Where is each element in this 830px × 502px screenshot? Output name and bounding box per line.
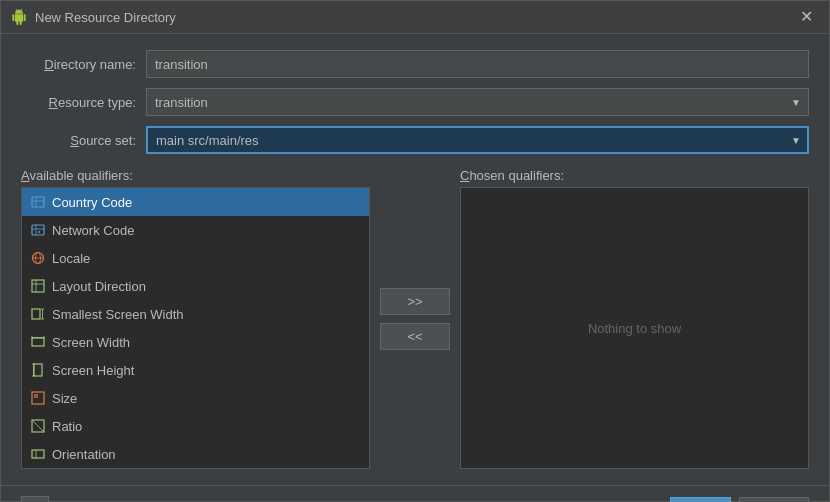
help-button[interactable]: ? <box>21 496 49 502</box>
svg-rect-17 <box>32 338 44 346</box>
available-qualifiers-label: Available qualifiers: <box>21 168 370 183</box>
list-item-label: Locale <box>52 251 90 266</box>
resource-type-label: Resource type: <box>21 95 136 110</box>
list-item[interactable]: Smallest Screen Width <box>22 300 369 328</box>
network-code-icon <box>30 222 46 238</box>
list-item[interactable]: Size <box>22 384 369 412</box>
ratio-icon <box>30 418 46 434</box>
resource-type-select[interactable]: transition anim animator color drawable … <box>146 88 809 116</box>
directory-row: Directory name: <box>21 50 809 78</box>
svg-rect-3 <box>32 225 44 235</box>
list-item[interactable]: Screen Height <box>22 356 369 384</box>
layout-direction-icon <box>30 278 46 294</box>
available-qualifiers-panel: Available qualifiers: Country Code Netwo… <box>21 168 370 469</box>
title-bar-left: New Resource Directory <box>11 9 176 25</box>
list-item[interactable]: Ratio <box>22 412 369 440</box>
source-set-row: Source set: main src/main/res <box>21 126 809 154</box>
chosen-qualifiers-label: Chosen qualifiers: <box>460 168 809 183</box>
list-item-label: Smallest Screen Width <box>52 307 184 322</box>
svg-rect-29 <box>32 450 44 458</box>
available-qualifiers-list[interactable]: Country Code Network Code Locale <box>21 187 370 469</box>
list-item-label: Screen Height <box>52 363 134 378</box>
orientation-icon <box>30 446 46 462</box>
remove-qualifier-button[interactable]: << <box>380 323 450 350</box>
dialog-title: New Resource Directory <box>35 10 176 25</box>
resource-type-select-wrapper: transition anim animator color drawable … <box>146 88 809 116</box>
directory-label: Directory name: <box>21 57 136 72</box>
smallest-screen-width-icon <box>30 306 46 322</box>
ok-button[interactable]: OK <box>670 497 731 503</box>
list-item[interactable]: Network Code <box>22 216 369 244</box>
svg-rect-0 <box>32 197 44 207</box>
list-item-label: Size <box>52 391 77 406</box>
screen-height-icon <box>30 362 46 378</box>
list-item-label: Country Code <box>52 195 132 210</box>
screen-width-icon <box>30 334 46 350</box>
source-set-label: Source set: <box>21 133 136 148</box>
footer: ? OK Cancel <box>1 485 829 502</box>
list-item-label: Layout Direction <box>52 279 146 294</box>
cancel-button[interactable]: Cancel <box>739 497 809 503</box>
close-button[interactable]: ✕ <box>794 7 819 27</box>
chosen-qualifiers-panel: Chosen qualifiers: Nothing to show <box>460 168 809 469</box>
locale-icon <box>30 250 46 266</box>
svg-rect-21 <box>34 364 42 376</box>
source-set-select-wrapper: main src/main/res <box>146 126 809 154</box>
add-qualifier-button[interactable]: >> <box>380 288 450 315</box>
country-code-icon <box>30 194 46 210</box>
source-set-select[interactable]: main src/main/res <box>146 126 809 154</box>
list-item-label: Orientation <box>52 447 116 462</box>
list-item[interactable]: Locale <box>22 244 369 272</box>
dialog: New Resource Directory ✕ Directory name:… <box>0 0 830 502</box>
list-item-label: Screen Width <box>52 335 130 350</box>
size-icon <box>30 390 46 406</box>
chosen-qualifiers-empty: Nothing to show <box>460 187 809 469</box>
android-icon <box>11 9 27 25</box>
list-item[interactable]: Country Code <box>22 188 369 216</box>
title-bar: New Resource Directory ✕ <box>1 1 829 34</box>
list-item[interactable]: Orientation <box>22 440 369 468</box>
content-area: Directory name: Resource type: transitio… <box>1 34 829 485</box>
footer-buttons: OK Cancel <box>670 497 809 503</box>
list-item-label: Network Code <box>52 223 134 238</box>
svg-point-6 <box>38 231 40 233</box>
svg-rect-13 <box>32 309 40 319</box>
svg-rect-26 <box>34 394 38 398</box>
list-item-label: Ratio <box>52 419 82 434</box>
resource-type-row: Resource type: transition anim animator … <box>21 88 809 116</box>
svg-rect-10 <box>32 280 44 292</box>
list-item[interactable]: Screen Width <box>22 328 369 356</box>
list-item[interactable]: Layout Direction <box>22 272 369 300</box>
nothing-to-show-text: Nothing to show <box>588 321 681 336</box>
svg-line-28 <box>32 420 44 432</box>
arrows-panel: >> << <box>370 168 460 469</box>
directory-input[interactable] <box>146 50 809 78</box>
qualifiers-section: Available qualifiers: Country Code Netwo… <box>21 168 809 469</box>
